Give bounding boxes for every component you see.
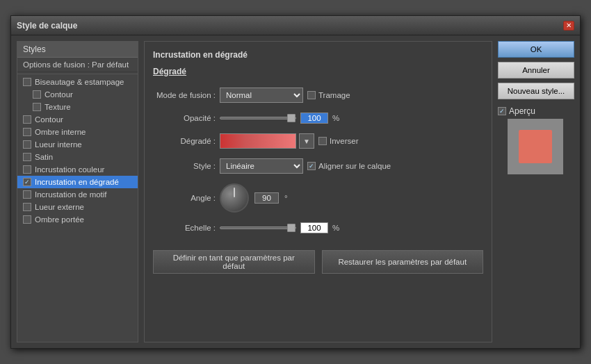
apercu-label-row: ✓ Aperçu bbox=[498, 106, 535, 116]
dialog-title: Style de calque bbox=[17, 21, 77, 31]
degree-label: ° bbox=[284, 194, 288, 202]
apercu-preview bbox=[508, 119, 563, 174]
checkbox-ombre-interne[interactable] bbox=[23, 128, 31, 136]
tramage-checkbox-container: Tramage bbox=[307, 91, 350, 99]
section-title: Incrustation en dégradé bbox=[153, 50, 483, 60]
sidebar-item-ombre-interne[interactable]: Ombre interne bbox=[17, 126, 138, 138]
definir-button[interactable]: Définir en tant que paramètres par défau… bbox=[153, 250, 315, 274]
apercu-square bbox=[519, 130, 552, 163]
echelle-slider[interactable] bbox=[220, 226, 296, 229]
annuler-button[interactable]: Annuler bbox=[498, 62, 574, 78]
mode-select[interactable]: Normal bbox=[220, 88, 303, 103]
style-label: Style : bbox=[153, 162, 216, 170]
echelle-percent: % bbox=[332, 224, 339, 232]
sidebar-item-incrustation-degrade[interactable]: ✓ Incrustation en dégradé bbox=[17, 176, 138, 188]
checkbox-lueur-interne[interactable] bbox=[23, 140, 31, 149]
dialog: Style de calque ✕ Styles Options de fusi… bbox=[10, 15, 581, 349]
apercu-label: Aperçu bbox=[509, 106, 535, 116]
section-subtitle: Dégradé bbox=[153, 67, 483, 76]
checkbox-lueur-externe[interactable] bbox=[23, 203, 31, 211]
checkbox-incrustation-motif[interactable] bbox=[23, 190, 31, 199]
aligner-checkbox[interactable]: ✓ bbox=[307, 162, 316, 170]
restaurer-button[interactable]: Restaurer les paramètres par défaut bbox=[322, 250, 484, 274]
checkbox-incrustation-couleur[interactable] bbox=[23, 165, 31, 174]
opacite-label: Opacité : bbox=[153, 114, 216, 122]
sidebar-item-biseautage[interactable]: Biseautage & estampage bbox=[17, 76, 138, 88]
echelle-slider-container: % bbox=[220, 222, 339, 233]
checkbox-incrustation-degrade[interactable]: ✓ bbox=[23, 178, 31, 186]
angle-input[interactable] bbox=[254, 192, 279, 204]
checkbox-biseautage[interactable] bbox=[23, 78, 31, 86]
style-row: Style : Linéaire ✓ Aligner sur le calque bbox=[153, 158, 483, 174]
action-buttons-row: Définir en tant que paramètres par défau… bbox=[153, 250, 483, 274]
left-panel: Styles Options de fusion : Par défaut Bi… bbox=[17, 41, 138, 342]
inverser-checkbox[interactable] bbox=[318, 137, 327, 145]
sidebar-item-incrustation-motif[interactable]: Incrustation de motif bbox=[17, 188, 138, 201]
sidebar-item-satin[interactable]: Satin bbox=[17, 151, 138, 163]
checkbox-contour[interactable] bbox=[23, 115, 31, 124]
inverser-checkbox-container: Inverser bbox=[318, 137, 359, 145]
sidebar-item-lueur-externe[interactable]: Lueur externe bbox=[17, 201, 138, 213]
opacite-percent: % bbox=[332, 114, 339, 122]
knob-container: ° bbox=[220, 183, 288, 213]
echelle-input[interactable] bbox=[300, 222, 328, 233]
sidebar-item-lueur-interne[interactable]: Lueur interne bbox=[17, 138, 138, 151]
aligner-label: Aligner sur le calque bbox=[318, 162, 391, 170]
echelle-label: Echelle : bbox=[153, 224, 216, 232]
angle-row: Angle : ° bbox=[153, 183, 483, 213]
sidebar-item-texture-sub[interactable]: Texture bbox=[17, 101, 138, 113]
sidebar-item-incrustation-couleur[interactable]: Incrustation couleur bbox=[17, 163, 138, 176]
style-select[interactable]: Linéaire bbox=[220, 158, 303, 174]
aligner-checkbox-container: ✓ Aligner sur le calque bbox=[307, 162, 391, 170]
title-bar: Style de calque ✕ bbox=[11, 16, 580, 35]
tramage-checkbox[interactable] bbox=[307, 91, 316, 99]
sidebar-item-contour-sub[interactable]: Contour bbox=[17, 88, 138, 101]
opacite-slider[interactable] bbox=[220, 117, 296, 119]
mode-label: Mode de fusion : bbox=[153, 91, 216, 99]
degrade-label: Dégradé : bbox=[153, 137, 216, 145]
dialog-body: Styles Options de fusion : Par défaut Bi… bbox=[11, 35, 580, 348]
main-content: Incrustation en dégradé Dégradé Mode de … bbox=[144, 41, 492, 342]
checkbox-satin[interactable] bbox=[23, 153, 31, 161]
inverser-label: Inverser bbox=[330, 137, 359, 145]
checkbox-ombre-portee[interactable] bbox=[23, 215, 31, 224]
degrade-row: Dégradé : ▼ Inverser bbox=[153, 133, 483, 149]
echelle-row: Echelle : % bbox=[153, 222, 483, 233]
sidebar-item-ombre-portee[interactable]: Ombre portée bbox=[17, 213, 138, 226]
checkbox-texture-sub[interactable] bbox=[33, 103, 41, 111]
apercu-section: ✓ Aperçu bbox=[498, 106, 574, 174]
opacite-slider-container: % bbox=[220, 113, 339, 124]
gradient-row: ▼ bbox=[220, 133, 314, 149]
mode-fusion-row: Mode de fusion : Normal Tramage bbox=[153, 88, 483, 103]
styles-header: Styles bbox=[17, 42, 138, 58]
ok-button[interactable]: OK bbox=[498, 41, 574, 58]
gradient-swatch[interactable] bbox=[220, 133, 296, 149]
gradient-dropdown-btn[interactable]: ▼ bbox=[299, 133, 314, 149]
tramage-label: Tramage bbox=[318, 91, 350, 99]
angle-knob[interactable] bbox=[220, 183, 249, 213]
angle-label: Angle : bbox=[153, 194, 216, 202]
nouveau-style-button[interactable]: Nouveau style... bbox=[498, 83, 574, 99]
checkbox-contour-sub[interactable] bbox=[33, 90, 41, 99]
close-button[interactable]: ✕ bbox=[563, 21, 574, 31]
opacite-row: Opacité : % bbox=[153, 113, 483, 124]
sidebar-item-contour[interactable]: Contour bbox=[17, 113, 138, 126]
knob-indicator bbox=[234, 188, 235, 197]
apercu-checkbox[interactable]: ✓ bbox=[498, 107, 506, 115]
fusion-option: Options de fusion : Par défaut bbox=[17, 58, 138, 72]
opacite-input[interactable] bbox=[300, 113, 328, 124]
right-panel: OK Annuler Nouveau style... ✓ Aperçu bbox=[498, 41, 574, 342]
